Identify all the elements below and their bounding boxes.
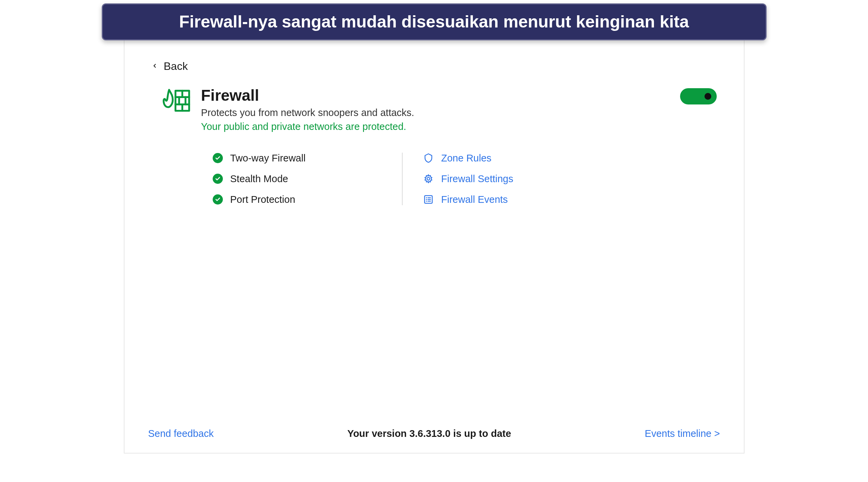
firewall-toggle[interactable]	[680, 88, 717, 104]
feature-stealth: Stealth Mode	[213, 173, 388, 185]
events-timeline-link[interactable]: Events timeline >	[645, 428, 720, 439]
chevron-left-icon	[152, 61, 158, 71]
list-icon	[423, 194, 434, 205]
page-description: Protects you from network snoopers and a…	[201, 107, 414, 118]
link-label: Firewall Events	[441, 194, 508, 205]
check-icon	[213, 194, 223, 205]
check-icon	[213, 153, 223, 163]
app-window: Back Firewall	[124, 40, 745, 454]
caption-banner: Firewall-nya sangat mudah disesuaikan me…	[102, 3, 767, 40]
link-label: Firewall Settings	[441, 173, 514, 185]
shield-icon	[423, 153, 434, 163]
page-status: Your public and private networks are pro…	[201, 121, 414, 132]
links-column: Zone Rules Firewall Settings	[403, 153, 514, 205]
feature-label: Stealth Mode	[230, 173, 288, 185]
send-feedback-link[interactable]: Send feedback	[148, 428, 214, 439]
features-column: Two-way Firewall Stealth Mode Port Prote…	[213, 153, 403, 205]
feature-two-way: Two-way Firewall	[213, 153, 388, 164]
link-label: Zone Rules	[441, 153, 491, 164]
toggle-knob	[705, 93, 711, 100]
link-firewall-events[interactable]: Firewall Events	[423, 194, 514, 205]
content-columns: Two-way Firewall Stealth Mode Port Prote…	[213, 153, 720, 205]
page-title: Firewall	[201, 86, 414, 104]
feature-label: Port Protection	[230, 194, 295, 205]
title-block: Firewall Protects you from network snoop…	[201, 86, 414, 132]
svg-point-7	[427, 177, 430, 180]
header-row: Firewall Protects you from network snoop…	[148, 86, 720, 132]
back-button[interactable]: Back	[152, 60, 720, 73]
firewall-icon	[162, 86, 191, 117]
caption-text: Firewall-nya sangat mudah disesuaikan me…	[116, 11, 752, 33]
back-label: Back	[164, 60, 188, 73]
header-left: Firewall Protects you from network snoop…	[162, 86, 414, 132]
feature-label: Two-way Firewall	[230, 153, 306, 164]
feature-port: Port Protection	[213, 194, 388, 205]
footer: Send feedback Your version 3.6.313.0 is …	[148, 414, 720, 439]
gear-icon	[423, 173, 434, 184]
check-icon	[213, 174, 223, 184]
events-timeline-label: Events timeline >	[645, 428, 720, 439]
link-zone-rules[interactable]: Zone Rules	[423, 153, 514, 164]
version-status: Your version 3.6.313.0 is up to date	[347, 428, 511, 439]
link-firewall-settings[interactable]: Firewall Settings	[423, 173, 514, 185]
